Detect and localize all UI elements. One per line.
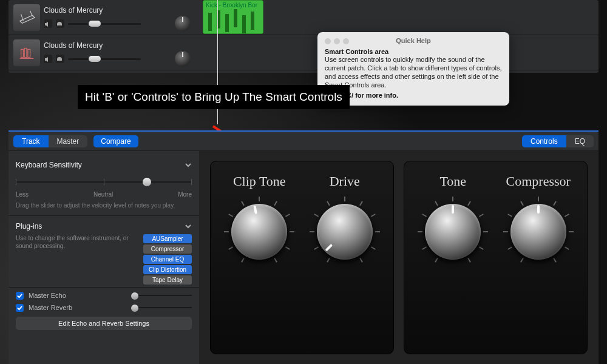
divider: [8, 215, 199, 216]
knob-drive[interactable]: [308, 195, 381, 268]
knob-tone[interactable]: [416, 195, 489, 268]
compare-button[interactable]: Compare: [93, 135, 138, 147]
knob-label-compressor: Compressor: [506, 174, 571, 189]
midi-notes-icon: [208, 13, 212, 31]
svg-rect-4: [28, 49, 30, 57]
plugin-clip-distortion[interactable]: Clip Distortion: [143, 265, 192, 274]
knob-compressor[interactable]: [502, 195, 575, 268]
track-name: Clouds of Mercury: [44, 4, 197, 16]
plugin-list: AUSampler Compressor Channel EQ Clip Dis…: [143, 234, 192, 285]
svg-rect-2: [21, 49, 24, 57]
volume-slider[interactable]: [68, 55, 141, 63]
pan-knob[interactable]: [175, 51, 191, 67]
knob-panel-right: Tone Compressor: [404, 161, 588, 354]
annotation-callout: Hit 'B' or 'Controls' to Bring Up The Sm…: [78, 85, 350, 109]
smart-controls-sidebar: Keyboard Sensitivity Less Neutral More D…: [8, 151, 199, 364]
keyboard-sensitivity-header[interactable]: Keyboard Sensitivity: [16, 157, 192, 173]
plugins-header[interactable]: Plug-ins: [16, 218, 192, 234]
track-name: Clouds of Mercury: [44, 39, 197, 51]
region-label: Kick - Brooklyn Bor: [206, 2, 262, 8]
mute-button[interactable]: [44, 55, 52, 63]
quick-help-body: Use screen controls to quickly modify th…: [325, 55, 502, 89]
pan-knob[interactable]: [175, 16, 191, 32]
master-echo-checkbox[interactable]: [16, 292, 24, 300]
solo-button[interactable]: [56, 19, 64, 28]
volume-slider[interactable]: [68, 19, 141, 28]
plugin-channel-eq[interactable]: Channel EQ: [143, 255, 192, 264]
solo-button[interactable]: [56, 55, 64, 63]
midi-region[interactable]: Kick - Brooklyn Bor: [203, 0, 263, 34]
svg-rect-3: [24, 48, 27, 57]
ks-neutral-label: Neutral: [93, 191, 113, 198]
smart-controls-toolbar: Track Master Compare Controls EQ: [8, 132, 599, 151]
ks-more-label: More: [178, 191, 192, 198]
ks-less-label: Less: [16, 191, 29, 198]
plugins-title: Plug-ins: [16, 222, 42, 231]
track-row[interactable]: Clouds of Mercury: [8, 0, 599, 35]
tracks-area: Clouds of Mercury Clouds of Mercury Kick…: [8, 0, 599, 73]
edit-echo-reverb-button[interactable]: Edit Echo and Reverb Settings: [16, 317, 192, 330]
plugins-hint: Use to change the software instrument, o…: [16, 234, 137, 285]
instrument-keys-icon: [13, 4, 40, 31]
master-reverb-checkbox[interactable]: [16, 304, 24, 312]
master-reverb-label: Master Reverb: [29, 304, 72, 311]
controls-eq-segment: Controls EQ: [522, 135, 594, 147]
smart-controls-main: Clip Tone Drive Tone Compressor: [199, 151, 599, 364]
knob-label-drive: Drive: [330, 174, 360, 189]
mute-button[interactable]: [44, 19, 52, 28]
plugin-tape-delay[interactable]: Tape Delay: [143, 275, 192, 285]
knob-label-clip-tone: Clip Tone: [233, 174, 286, 189]
window-traffic-lights[interactable]: [325, 38, 349, 44]
quick-help-title: Quick Help: [396, 37, 430, 44]
plugin-compressor[interactable]: Compressor: [143, 244, 192, 254]
tab-eq[interactable]: EQ: [566, 135, 594, 147]
tab-master[interactable]: Master: [49, 135, 88, 147]
master-reverb-slider[interactable]: [131, 303, 192, 312]
knob-label-tone: Tone: [439, 174, 466, 189]
track-row[interactable]: Clouds of Mercury: [8, 35, 599, 70]
ks-hint: Drag the slider to adjust the velocity l…: [16, 201, 192, 209]
master-echo-label: Master Echo: [29, 292, 66, 299]
track-master-segment: Track Master: [13, 135, 87, 147]
smart-controls-area: Track Master Compare Controls EQ Keyboar…: [8, 132, 599, 364]
quick-help-press: Press ⌘/ for more info.: [325, 92, 502, 99]
ks-title: Keyboard Sensitivity: [16, 161, 82, 169]
keyboard-sensitivity-slider[interactable]: [16, 175, 192, 189]
knob-clip-tone[interactable]: [223, 195, 296, 268]
quick-help-heading: Smart Controls area: [325, 48, 502, 55]
tab-track[interactable]: Track: [13, 135, 49, 147]
tab-controls[interactable]: Controls: [522, 135, 566, 147]
plugin-ausampler[interactable]: AUSampler: [143, 234, 192, 243]
instrument-marimba-icon: [13, 39, 40, 66]
master-echo-slider[interactable]: [131, 291, 192, 300]
knob-panel-left: Clip Tone Drive: [210, 161, 394, 354]
chevron-down-icon: [185, 223, 192, 230]
divider: [8, 287, 199, 288]
chevron-down-icon: [185, 161, 192, 169]
